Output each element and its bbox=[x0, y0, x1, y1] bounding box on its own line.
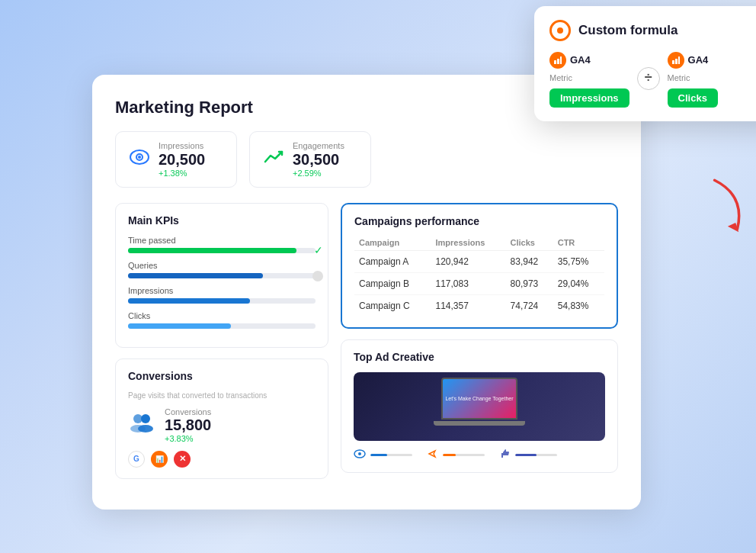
kpi-time-label: Time passed bbox=[128, 236, 316, 245]
ga4-left-icon bbox=[549, 52, 566, 69]
users-icon bbox=[128, 412, 155, 439]
impressions-change: +1.38% bbox=[159, 169, 205, 178]
campaign-c-name: Campaign C bbox=[354, 294, 431, 317]
impressions-value: 20,500 bbox=[159, 150, 205, 169]
svg-rect-10 bbox=[557, 59, 559, 64]
lower-section: Main KPIs Time passed ✓ Queries bbox=[115, 203, 618, 479]
conversions-title: Conversions bbox=[128, 370, 316, 382]
laptop-base bbox=[434, 421, 525, 426]
campaign-b-clicks: 80,973 bbox=[506, 272, 553, 294]
formula-icon bbox=[549, 20, 571, 41]
kpi-time-fill bbox=[128, 248, 296, 253]
screen-text: Let's Make Change Together bbox=[445, 396, 513, 401]
impressions-info: Impressions 20,500 +1.38% bbox=[159, 141, 205, 178]
formula-circle-inner bbox=[557, 27, 563, 34]
clicks-button[interactable]: Clicks bbox=[668, 88, 718, 108]
campaign-a-impressions: 120,942 bbox=[431, 250, 505, 272]
views-fill bbox=[370, 454, 387, 456]
impressions-label: Impressions bbox=[159, 141, 205, 150]
conversions-subtitle: Page visits that converted to transactio… bbox=[128, 391, 316, 400]
views-bar bbox=[370, 454, 412, 456]
ad-metric-likes bbox=[500, 449, 557, 461]
kpi-impressions-bar-bg bbox=[128, 298, 316, 304]
kpi-section: Main KPIs Time passed ✓ Queries bbox=[115, 203, 328, 348]
kpi-clicks-fill bbox=[128, 323, 231, 329]
formula-header: Custom formula bbox=[549, 20, 756, 41]
col-impressions: Impressions bbox=[431, 235, 505, 251]
metrics-row: Impressions 20,500 +1.38% Engagements 30… bbox=[115, 131, 618, 188]
shares-fill bbox=[443, 454, 456, 456]
campaign-c-clicks: 74,724 bbox=[506, 294, 553, 317]
campaign-b-name: Campaign B bbox=[354, 272, 431, 294]
formula-row: GA4 Metric Impressions ÷ GA bbox=[549, 52, 756, 108]
campaign-b-impressions: 117,083 bbox=[431, 272, 505, 294]
right-metric-sublabel: Metric bbox=[668, 73, 690, 82]
impressions-button[interactable]: Impressions bbox=[549, 88, 629, 108]
share-icon bbox=[428, 449, 438, 461]
table-row: Campaign A 120,942 83,942 35,75% bbox=[354, 250, 604, 272]
kpi-queries-bar bbox=[128, 273, 316, 278]
table-header-row: Campaign Impressions Clicks CTR bbox=[354, 235, 604, 251]
arrow-indicator bbox=[694, 175, 755, 240]
ga4-right-icon bbox=[668, 52, 684, 69]
engagements-info: Engagements 30,500 +2.59% bbox=[293, 141, 344, 178]
table-row: Campaign C 114,357 74,724 54,83% bbox=[354, 294, 604, 317]
svg-point-6 bbox=[138, 425, 153, 432]
campaign-a-ctr: 35,75% bbox=[553, 250, 604, 272]
conversions-inner: Conversions 15,800 +3.83% bbox=[128, 407, 316, 443]
ga4-left-badge: GA4 bbox=[549, 52, 591, 69]
ad-metrics-row bbox=[354, 449, 605, 461]
formula-title: Custom formula bbox=[578, 23, 678, 38]
kpi-impressions-bar: Impressions bbox=[128, 286, 316, 304]
col-clicks: Clicks bbox=[506, 235, 553, 251]
eye-icon bbox=[130, 150, 149, 169]
ga4-icon-conv: 📊 bbox=[151, 451, 168, 468]
campaigns-title: Campaigns performance bbox=[354, 215, 604, 227]
dot-indicator bbox=[312, 271, 323, 281]
ad-image: Let's Make Change Together bbox=[354, 372, 605, 441]
kpi-clicks-bar: Clicks bbox=[128, 311, 316, 329]
ga4-right-badge: GA4 bbox=[668, 52, 709, 69]
formula-right-block: GA4 Metric Clicks bbox=[668, 52, 718, 108]
likes-bar bbox=[515, 454, 557, 456]
ga4-left-label: GA4 bbox=[570, 54, 591, 66]
likes-fill bbox=[515, 454, 537, 456]
conv-change: +3.83% bbox=[165, 434, 211, 443]
meta-icon: ✕ bbox=[174, 451, 191, 468]
engagements-value: 30,500 bbox=[293, 150, 344, 169]
check-icon: ✓ bbox=[314, 244, 323, 256]
trend-icon bbox=[264, 150, 284, 169]
svg-point-4 bbox=[141, 414, 150, 423]
campaign-b-ctr: 29,04% bbox=[553, 272, 604, 294]
ad-creative-section: Top Ad Creative Let's Make Change Togeth… bbox=[341, 339, 618, 473]
kpi-clicks-label: Clicks bbox=[128, 311, 316, 320]
google-icon: G bbox=[128, 451, 145, 468]
conversions-section: Conversions Page visits that converted t… bbox=[115, 358, 328, 479]
right-column: Campaigns performance Campaign Impressio… bbox=[341, 203, 618, 479]
campaign-a-name: Campaign A bbox=[354, 250, 431, 272]
kpi-time-passed: Time passed ✓ bbox=[128, 236, 316, 253]
views-icon bbox=[354, 449, 366, 461]
kpi-queries-label: Queries bbox=[128, 261, 316, 270]
campaigns-table: Campaign Impressions Clicks CTR Campaign… bbox=[354, 235, 604, 317]
kpi-title: Main KPIs bbox=[128, 214, 316, 227]
svg-rect-9 bbox=[554, 60, 556, 64]
shares-bar bbox=[443, 454, 485, 456]
left-column: Main KPIs Time passed ✓ Queries bbox=[115, 203, 328, 479]
formula-popup: Custom formula GA4 Metric Impressions bbox=[534, 6, 756, 121]
campaign-a-clicks: 83,942 bbox=[506, 250, 553, 272]
table-row: Campaign B 117,083 80,973 29,04% bbox=[354, 272, 604, 294]
kpi-impressions-label: Impressions bbox=[128, 286, 316, 295]
like-icon bbox=[500, 449, 511, 461]
kpi-queries-fill bbox=[128, 273, 263, 278]
ga4-right-label: GA4 bbox=[688, 54, 709, 66]
svg-rect-13 bbox=[675, 59, 678, 64]
campaign-c-ctr: 54,83% bbox=[553, 294, 604, 317]
metric-impressions: Impressions 20,500 +1.38% bbox=[115, 131, 237, 188]
svg-point-8 bbox=[358, 452, 361, 455]
formula-left-block: GA4 Metric Impressions bbox=[549, 52, 629, 108]
campaign-c-impressions: 114,357 bbox=[431, 294, 505, 317]
kpi-time-bar: ✓ bbox=[128, 248, 316, 253]
conv-info: Conversions 15,800 +3.83% bbox=[165, 407, 211, 443]
conv-value: 15,800 bbox=[165, 416, 211, 434]
